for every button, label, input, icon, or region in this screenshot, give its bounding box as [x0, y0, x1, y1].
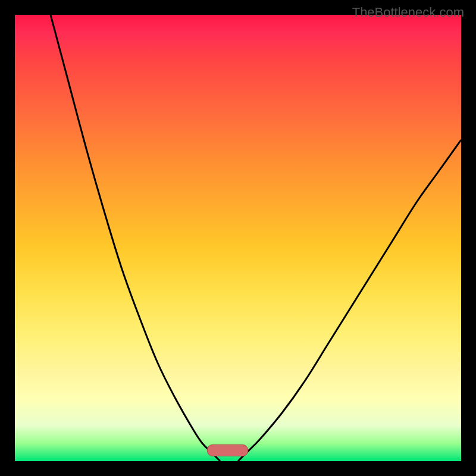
- watermark-text: TheBottleneck.com: [352, 5, 464, 20]
- bottleneck-marker: [207, 444, 249, 456]
- right-curve: [238, 140, 461, 461]
- curves-svg: [15, 15, 461, 461]
- left-curve: [51, 15, 220, 461]
- plot-area: [15, 15, 461, 461]
